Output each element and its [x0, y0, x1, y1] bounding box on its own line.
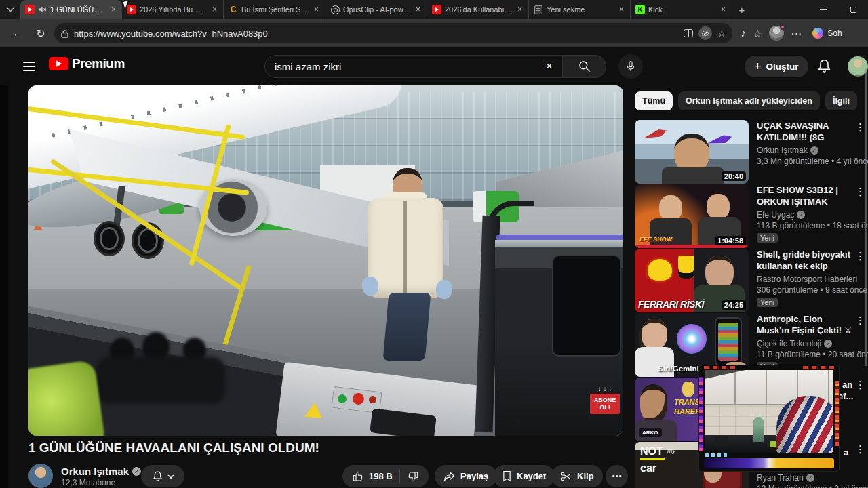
- video-menu-button[interactable]: ⋮: [855, 121, 865, 134]
- more-actions-button[interactable]: ⋯: [606, 465, 628, 487]
- related-video-3[interactable]: FERRARI RİSKİ 24:25 Shell, gridde biyoya…: [635, 249, 863, 312]
- copilot-button[interactable]: Soh: [808, 28, 842, 39]
- thumb-text-underline: [640, 458, 665, 460]
- thumb-text: EFE SHOW: [639, 236, 672, 243]
- like-dislike-group: 198 B: [342, 465, 429, 487]
- maximize-button[interactable]: [838, 0, 868, 19]
- dislike-button[interactable]: [400, 470, 426, 483]
- channel-name: Orkun Işıtmak: [757, 146, 808, 155]
- split-screen-icon[interactable]: [684, 29, 693, 37]
- tab-search-button[interactable]: [0, 0, 20, 19]
- channel-name: Efe Uygaç: [757, 210, 794, 220]
- thumb-art-ferrari-shield: [678, 256, 694, 279]
- bookmark-icon: [502, 470, 512, 482]
- search-box[interactable]: ismi azam zikri ×: [264, 55, 563, 78]
- tab-close-icon[interactable]: ×: [110, 5, 117, 14]
- video-menu-button[interactable]: ⋮: [855, 314, 865, 327]
- tab-kick[interactable]: K Kick ×: [631, 0, 732, 19]
- search-icon: [578, 60, 591, 73]
- tab-2026-yilinda[interactable]: 2026 Yılında Bu Ülkeler ×: [122, 0, 224, 19]
- new-tab-button[interactable]: +: [732, 0, 751, 19]
- channel-name: Orkun Işıtmak: [61, 466, 129, 477]
- tab-close-icon[interactable]: ×: [313, 5, 320, 14]
- abone-ol-cta: ↓ ↓ ↓ ABONE OL!: [586, 385, 623, 414]
- tab-close-icon[interactable]: ×: [211, 5, 218, 14]
- new-badge: Yeni: [757, 233, 778, 243]
- voice-search-button[interactable]: [618, 54, 643, 79]
- chip-ilgili[interactable]: İlgili: [825, 92, 857, 110]
- video-menu-button[interactable]: ⋮: [855, 186, 865, 198]
- video-menu-button[interactable]: ⋮: [855, 443, 865, 455]
- tab-close-icon[interactable]: ×: [618, 5, 625, 14]
- video-thumbnail[interactable]: EFE SHOW 1:04:58: [635, 184, 749, 248]
- clip-button[interactable]: Klip: [551, 465, 603, 487]
- share-button[interactable]: Paylaş: [435, 465, 497, 487]
- minimize-icon: [820, 9, 827, 10]
- copilot-label: Soh: [827, 28, 842, 38]
- create-button[interactable]: + Oluştur: [745, 56, 808, 77]
- page-scrollbar[interactable]: [865, 68, 867, 366]
- address-bar[interactable]: https://www.youtube.com/watch?v=hNnavA08…: [54, 23, 732, 43]
- thumb-art-woman-head: [642, 319, 667, 350]
- subscriber-count: 12,3 Mn abone: [61, 478, 115, 487]
- chip-tumu[interactable]: Tümü: [635, 92, 673, 110]
- channel-name: Çiçek ile Teknoloji: [757, 339, 821, 348]
- youtube-header: Premium ismi azam zikri × + Oluştur: [0, 47, 868, 85]
- menu-button[interactable]: [23, 62, 35, 71]
- navigation-bar: ← ↻ https://www.youtube.com/watch?v=hNna…: [0, 19, 868, 47]
- overlay-deco-top-right: [803, 366, 834, 369]
- media-controls-icon[interactable]: ♪: [741, 27, 746, 39]
- save-button[interactable]: Kaydet: [493, 465, 555, 487]
- video-menu-button[interactable]: ⋮: [855, 379, 865, 391]
- like-button[interactable]: 198 B: [345, 470, 399, 483]
- thumb-text-car: car: [640, 462, 656, 474]
- channel-line: Rastro Motorsport Haberleri: [757, 274, 853, 284]
- video-meta: 306 görüntüleme • 9 saat önce: [757, 285, 853, 295]
- search-button[interactable]: [563, 55, 606, 78]
- reload-button[interactable]: ↻: [31, 24, 50, 43]
- favorite-star-icon[interactable]: ☆: [717, 28, 726, 39]
- thumb-text-not: NOT: [640, 445, 663, 458]
- plane-wheel-left: [94, 221, 125, 256]
- chip-uploader[interactable]: Orkun Işıtmak adlı yükleyiciden: [678, 92, 820, 110]
- settings-more-button[interactable]: ⋯: [791, 27, 802, 40]
- tab-opusclip[interactable]: OpusClip - AI-powered ×: [326, 0, 427, 19]
- video-menu-button[interactable]: ⋮: [855, 250, 865, 262]
- tab-close-icon[interactable]: ×: [719, 5, 727, 14]
- browser-window: 1 GÜNLÜĞÜNE HA × 2026 Yılında Bu Ülkeler…: [0, 0, 868, 488]
- tab-ismi-serifleri[interactable]: C Bu İsmi Şerifleri Sabah N ×: [224, 0, 326, 19]
- video-thumbnail[interactable]: FERRARI RİSKİ 24:25: [635, 249, 749, 312]
- bell-icon: [816, 58, 832, 75]
- youtube-premium-logo[interactable]: Premium: [49, 56, 125, 71]
- channel-line: Ryan Trahan✓: [757, 473, 853, 483]
- channel-avatar[interactable]: [28, 464, 53, 488]
- tab-close-icon[interactable]: ×: [516, 5, 524, 14]
- video-meta: 11 B görüntüleme • 20 saat önce: [757, 350, 853, 359]
- minimize-button[interactable]: [808, 0, 838, 19]
- profile-avatar[interactable]: [769, 26, 784, 41]
- subscribed-bell-button[interactable]: [141, 465, 184, 487]
- create-label: Oluştur: [766, 62, 799, 72]
- tab-new-tab[interactable]: Yeni sekme ×: [529, 0, 631, 19]
- overlay-deco-right-strip: [835, 381, 839, 446]
- tab-current-video[interactable]: 1 GÜNLÜĞÜNE HA ×: [20, 0, 122, 19]
- related-video-2[interactable]: EFE SHOW 1:04:58 EFE SHOW S3B12 | ORKUN …: [635, 184, 863, 248]
- audio-playing-icon: [38, 5, 47, 14]
- back-button[interactable]: ←: [8, 24, 27, 43]
- verified-badge: ✓: [797, 211, 805, 219]
- collections-star-icon[interactable]: ☆: [753, 27, 762, 40]
- tracking-prevention-icon[interactable]: [698, 26, 712, 40]
- new-badge: Yeni: [757, 298, 778, 307]
- related-video-1[interactable]: 20:40 UÇAK SAVAŞINA KATILDIM!!! (8G YEDİ…: [635, 120, 863, 184]
- channel-name-row[interactable]: Orkun Işıtmak ✓: [61, 466, 141, 477]
- search-clear-button[interactable]: ×: [546, 60, 553, 73]
- video-thumbnail[interactable]: 20:40: [635, 120, 749, 184]
- tab-close-icon[interactable]: ×: [414, 5, 422, 14]
- scissors-icon: [560, 471, 572, 482]
- youtube-favicon: [432, 5, 441, 14]
- video-player[interactable]: ↓ ↓ ↓ ABONE OL!: [28, 85, 623, 436]
- video-meta: 3,3 Mn görüntüleme • 4 yıl önce: [757, 157, 853, 166]
- tab-2026-kullanabilecegi[interactable]: 2026'da Kullanabileceği ×: [427, 0, 529, 19]
- notifications-button[interactable]: [816, 58, 832, 75]
- channel-line: Efe Uygaç✓: [757, 210, 853, 220]
